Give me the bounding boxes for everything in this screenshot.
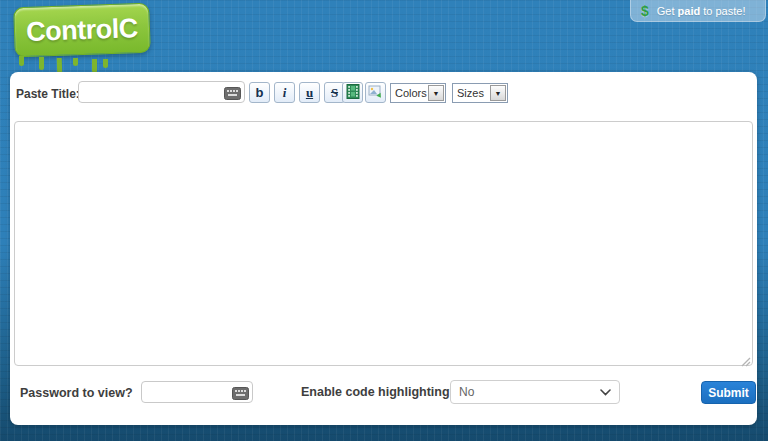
get-paid-label: Get paid to paste! xyxy=(657,5,746,17)
underline-button[interactable]: u xyxy=(299,82,320,103)
insert-video-button[interactable] xyxy=(342,82,363,103)
password-label: Password to view? xyxy=(20,386,133,400)
chevron-down-icon xyxy=(600,389,611,396)
image-upload-icon xyxy=(368,84,383,101)
film-strip-icon xyxy=(346,84,360,101)
sizes-dropdown[interactable]: Sizes ▼ xyxy=(452,83,508,103)
insert-image-button[interactable] xyxy=(365,82,386,103)
logo-drip xyxy=(73,58,78,66)
code-highlighting-selected-value: No xyxy=(451,385,600,399)
logo-text: ControlC xyxy=(26,13,138,48)
paste-content-textarea[interactable] xyxy=(14,121,753,366)
controlc-new-paste-page: { "header": { "logo_text": "ControlC", "… xyxy=(0,0,768,441)
code-highlighting-select[interactable]: No xyxy=(450,380,620,404)
paste-title-input[interactable] xyxy=(78,81,245,103)
dropdown-arrow-icon: ▼ xyxy=(490,85,506,101)
dollar-icon: $ xyxy=(641,3,649,19)
colors-dropdown-value: Colors xyxy=(391,87,428,99)
logo-drip xyxy=(92,59,97,73)
paste-title-label: Paste Title: xyxy=(16,87,80,101)
sizes-dropdown-value: Sizes xyxy=(453,87,490,99)
logo-drip xyxy=(103,59,108,68)
colors-dropdown[interactable]: Colors ▼ xyxy=(390,83,446,103)
submit-button[interactable]: Submit xyxy=(701,381,756,404)
logo-drip xyxy=(39,57,44,70)
italic-button[interactable]: i xyxy=(274,82,295,103)
bold-button[interactable]: b xyxy=(249,82,270,103)
logo-drip xyxy=(19,56,24,66)
get-paid-to-paste-button[interactable]: $ Get paid to paste! xyxy=(630,0,766,22)
textarea-resize-handle[interactable] xyxy=(740,353,751,364)
code-highlighting-label: Enable code highlighting? xyxy=(301,385,457,399)
dropdown-arrow-icon: ▼ xyxy=(428,85,444,101)
controlc-logo[interactable]: ControlC xyxy=(13,3,151,58)
virtual-keyboard-icon[interactable] xyxy=(224,86,241,99)
virtual-keyboard-icon[interactable] xyxy=(232,386,249,399)
